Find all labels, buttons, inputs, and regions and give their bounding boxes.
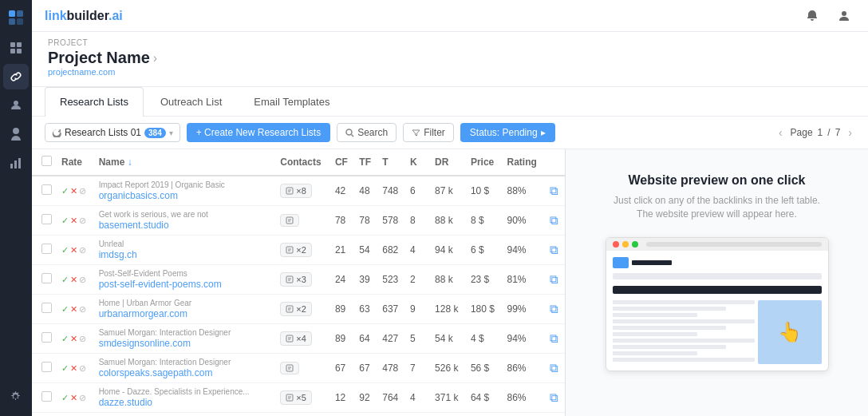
sidebar-item-settings[interactable] (3, 384, 29, 410)
site-tag: Unrleal (99, 240, 271, 248)
rate-check-icon[interactable]: ✓ (61, 304, 69, 315)
tab-research-lists[interactable]: Research Lists (45, 87, 144, 117)
row-select-checkbox[interactable] (41, 362, 52, 372)
preview-link-icon[interactable]: ⧉ (550, 213, 558, 227)
notification-bell-icon[interactable] (801, 5, 823, 27)
contacts-badge[interactable]: ×4 (280, 331, 312, 346)
contacts-icon (286, 275, 294, 283)
row-select-checkbox[interactable] (41, 214, 52, 224)
select-all-checkbox[interactable] (41, 156, 52, 166)
col-cf[interactable]: CF (330, 149, 354, 176)
sidebar-item-person[interactable] (3, 121, 29, 147)
contacts-badge[interactable]: ×2 (280, 243, 312, 257)
rate-block-icon[interactable]: ⊘ (79, 304, 86, 315)
col-name[interactable]: Name ↓ (94, 149, 276, 176)
col-price[interactable]: Price (466, 149, 503, 176)
col-k[interactable]: K (405, 149, 430, 176)
site-url[interactable]: post-self-evident-poems.com (99, 279, 271, 290)
site-url[interactable]: organicbasics.com (99, 190, 271, 201)
col-contacts[interactable]: Contacts (275, 149, 330, 176)
rate-block-icon[interactable]: ⊘ (79, 245, 86, 256)
page-prev-icon[interactable]: ‹ (775, 125, 786, 141)
rate-x-icon[interactable]: ✕ (70, 363, 77, 374)
preview-link-icon[interactable]: ⧉ (550, 302, 558, 315)
row-preview: ⧉ (545, 206, 565, 236)
rate-block-icon[interactable]: ⊘ (79, 393, 86, 403)
contacts-badge[interactable]: ×5 (280, 390, 312, 405)
col-rating[interactable]: Rating (502, 149, 545, 176)
rate-block-icon[interactable]: ⊘ (79, 186, 86, 196)
row-select-checkbox[interactable] (41, 332, 52, 343)
project-url[interactable]: projectname.com (48, 67, 852, 77)
sidebar-item-chart[interactable] (3, 150, 29, 176)
table-row: ✓ ✕ ⊘ Unrleal imdsg.ch ×2 21 54 682 4 94… (32, 236, 565, 265)
rate-check-icon[interactable]: ✓ (61, 393, 69, 403)
tab-email-templates[interactable]: Email Templates (239, 87, 345, 116)
contacts-badge[interactable]: ×2 (280, 302, 312, 316)
col-action (545, 149, 565, 176)
row-name: Samuel Morgan: Interaction Designer colo… (94, 354, 276, 383)
site-tag: Impact Report 2019 | Organic Basic (99, 180, 271, 189)
site-url[interactable]: imdsg.ch (99, 249, 271, 260)
preview-link-icon[interactable]: ⧉ (550, 390, 558, 404)
contacts-badge[interactable]: ×3 (280, 272, 312, 287)
site-url[interactable]: urbanarmorgear.com (99, 308, 271, 319)
preview-link-icon[interactable]: ⧉ (550, 361, 558, 374)
rate-x-icon[interactable]: ✕ (70, 245, 77, 256)
sidebar-item-grid[interactable] (3, 35, 29, 61)
row-checkbox (32, 324, 57, 354)
status-button[interactable]: Status: Pending ▸ (460, 123, 555, 142)
rate-x-icon[interactable]: ✕ (70, 186, 77, 196)
rate-check-icon[interactable]: ✓ (61, 186, 69, 196)
rate-check-icon[interactable]: ✓ (61, 245, 69, 256)
rate-check-icon[interactable]: ✓ (61, 216, 69, 226)
site-url[interactable]: colorspeaks.sagepath.com (99, 367, 271, 378)
rate-x-icon[interactable]: ✕ (70, 216, 77, 226)
row-select-checkbox[interactable] (41, 391, 52, 402)
preview-link-icon[interactable]: ⧉ (550, 331, 558, 345)
page-next-icon[interactable]: › (845, 125, 855, 141)
list-selector[interactable]: Research Lists 01 384 ▾ (45, 123, 180, 142)
rate-check-icon[interactable]: ✓ (61, 275, 69, 285)
filter-button[interactable]: Filter (403, 123, 454, 142)
col-dr[interactable]: DR (430, 149, 466, 176)
preview-link-icon[interactable]: ⧉ (550, 272, 558, 286)
row-rate: ✓ ✕ ⊘ (57, 324, 94, 354)
rate-check-icon[interactable]: ✓ (61, 334, 69, 344)
site-url[interactable]: dazze.studio (99, 397, 271, 408)
col-rate[interactable]: Rate (57, 149, 94, 176)
site-url[interactable]: smdesignsonline.com (99, 338, 271, 349)
preview-link-icon[interactable]: ⧉ (550, 184, 558, 197)
row-select-checkbox[interactable] (41, 273, 52, 283)
rate-block-icon[interactable]: ⊘ (79, 216, 86, 226)
col-tf[interactable]: TF (354, 149, 377, 176)
rate-x-icon[interactable]: ✕ (70, 393, 77, 403)
rate-x-icon[interactable]: ✕ (70, 275, 77, 285)
rate-block-icon[interactable]: ⊘ (79, 334, 86, 344)
row-preview: ⧉ (545, 265, 565, 295)
row-rate: ✓ ✕ ⊘ (57, 383, 94, 413)
row-select-checkbox[interactable] (41, 184, 52, 195)
site-url[interactable]: basement.studio (99, 220, 271, 231)
row-select-checkbox[interactable] (41, 244, 52, 254)
rate-block-icon[interactable]: ⊘ (79, 275, 86, 285)
rate-x-icon[interactable]: ✕ (70, 304, 77, 315)
search-button[interactable]: Search (337, 123, 397, 142)
tab-outreach-list[interactable]: Outreach List (145, 87, 237, 116)
project-header: PROJECT Project Name › projectname.com (32, 32, 868, 87)
col-t[interactable]: T (377, 149, 405, 176)
rate-x-icon[interactable]: ✕ (70, 334, 77, 344)
sidebar-item-circle[interactable] (3, 93, 29, 118)
rate-check-icon[interactable]: ✓ (61, 363, 69, 374)
preview-link-icon[interactable]: ⧉ (550, 243, 558, 256)
contacts-badge[interactable] (280, 214, 299, 227)
contacts-badge[interactable] (280, 362, 299, 374)
row-select-checkbox[interactable] (41, 303, 52, 313)
svg-rect-2 (9, 18, 15, 25)
sidebar-item-link[interactable] (3, 64, 29, 89)
create-research-list-button[interactable]: + Create New Research Lists (187, 123, 330, 142)
contacts-badge[interactable]: ×8 (280, 184, 312, 198)
rate-block-icon[interactable]: ⊘ (79, 363, 86, 374)
row-t: 682 (377, 236, 405, 265)
user-avatar-icon[interactable] (833, 5, 855, 27)
